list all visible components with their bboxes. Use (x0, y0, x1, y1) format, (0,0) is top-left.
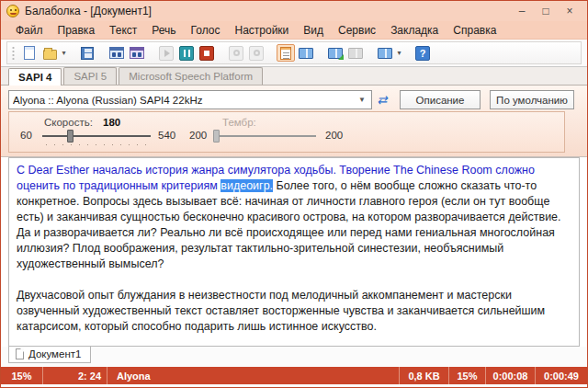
rate-max-label: 540 (158, 130, 175, 141)
pitch-min-label: 200 (189, 130, 207, 141)
titlebar: Балаболка - [Документ1] – □ × (1, 1, 587, 21)
window-title: Балаболка - [Документ1] (25, 5, 152, 17)
pitch-max-label: 200 (325, 130, 343, 141)
menu-file[interactable]: Файл (8, 22, 51, 39)
status-percent: 15% (449, 367, 486, 384)
maximize-button[interactable]: □ (534, 3, 558, 19)
replace-icon[interactable] (128, 44, 146, 62)
rate-slider-thumb[interactable] (67, 130, 74, 143)
play-icon (157, 44, 175, 62)
book-voice-dropdown-icon[interactable]: ▾ (395, 49, 403, 57)
rate-label: Скорость: (44, 117, 93, 128)
open-file-dropdown-icon[interactable]: ▾ (60, 49, 68, 57)
spoken-word-highlight: видеоигр. (220, 179, 273, 192)
menu-text[interactable]: Текст (102, 22, 144, 39)
book-closed-icon (346, 44, 365, 62)
voice-select-value: Alyona :: Alyona (Russian) SAPI4 22kHz (13, 95, 356, 106)
menu-edit[interactable]: Правка (51, 22, 103, 39)
minimize-button[interactable]: – (510, 3, 534, 19)
dictionary-icon[interactable] (297, 44, 315, 62)
tab-sapi5[interactable]: SAPI 5 (63, 67, 117, 85)
document-text-area[interactable]: С Dear Esther началась история жанра сим… (8, 157, 580, 347)
close-button[interactable]: × (558, 3, 582, 19)
voice-select[interactable]: Alyona :: Alyona (Russian) SAPI4 22kHz ▼ (8, 90, 372, 109)
app-logo-icon (6, 5, 19, 17)
set-default-voice-button[interactable]: По умолчанию (490, 90, 574, 109)
status-file-size: 0,8 KB (400, 367, 449, 384)
pause-icon[interactable] (177, 44, 196, 62)
help-icon[interactable]: ? (413, 44, 432, 62)
rate-min-label: 60 (20, 130, 32, 141)
pitch-label: Тембр: (222, 117, 256, 128)
rate-slider-track[interactable] (42, 135, 151, 137)
menu-tools[interactable]: Сервис (331, 22, 383, 39)
app-window: Балаболка - [Документ1] – □ × Файл Правк… (0, 0, 588, 388)
menu-bookmark[interactable]: Закладка (383, 22, 446, 39)
watch-clipboard-icon[interactable] (277, 44, 295, 62)
status-total-time: 0:00:49 (536, 367, 587, 384)
rate-value: 180 (103, 117, 120, 128)
new-document-icon[interactable] (20, 44, 39, 62)
refresh-voices-icon[interactable]: ⇄ (372, 93, 392, 107)
pitch-slider-thumb (213, 130, 220, 143)
describe-voice-button[interactable]: Описание (400, 90, 481, 109)
record-audio-icon (227, 44, 245, 62)
toolbar-zone: ▾ ▾ ? (1, 40, 587, 67)
toolbar-grip[interactable] (12, 46, 15, 61)
tab-ms-speech-platform[interactable]: Microsoft Speech Platform (119, 67, 263, 85)
menu-settings[interactable]: Настройки (227, 22, 296, 39)
menu-view[interactable]: Вид (296, 22, 331, 39)
record-split-icon (247, 44, 266, 62)
paragraph-1: С Dear Esther началась история жанра сим… (17, 163, 571, 272)
document-tab-label: Документ1 (28, 348, 81, 359)
menu-speech[interactable]: Речь (144, 22, 183, 39)
document-page-icon (16, 348, 24, 359)
menu-help[interactable]: Справка (446, 22, 503, 39)
book-open-icon[interactable] (326, 44, 345, 62)
menu-voice[interactable]: Голос (184, 22, 228, 39)
voice-panel: Alyona :: Alyona (Russian) SAPI4 22kHz ▼… (1, 86, 587, 157)
paragraph-2: Двухчасовой опыт блуждания в неизвестнос… (17, 288, 571, 335)
paragraph-1-rest: Более того, о нём вообще сложно сказать … (17, 179, 561, 270)
status-elapsed-time: 0:00:08 (486, 367, 536, 384)
book-voice-icon[interactable] (376, 44, 394, 62)
status-progress: 15% (1, 367, 43, 384)
document-tabs: Документ1 (1, 347, 587, 367)
menubar: Файл Правка Текст Речь Голос Настройки В… (1, 21, 587, 40)
rate-slider-ticks (42, 143, 153, 146)
status-cursor-position: 2: 24 (43, 367, 107, 384)
statusbar: 15% 2: 24 Alyona 0,8 KB 15% 0:00:08 0:00… (1, 367, 587, 384)
sliders-groupbox: Скорость: 180 60 540 Тембр: 200 200 (8, 111, 565, 153)
save-icon[interactable] (78, 44, 96, 62)
status-voice-name: Alyona (107, 367, 400, 384)
engine-tabs: SAPI 4 SAPI 5 Microsoft Speech Platform (1, 67, 587, 86)
stop-icon[interactable] (198, 44, 216, 62)
voice-select-arrow-icon: ▼ (356, 96, 368, 104)
tab-document1[interactable]: Документ1 (8, 347, 91, 363)
toolbar: ▾ ▾ ? (6, 41, 582, 64)
find-icon[interactable] (107, 44, 126, 62)
open-file-icon[interactable] (40, 44, 59, 62)
tab-sapi4[interactable]: SAPI 4 (8, 68, 62, 86)
pitch-slider-track (213, 135, 316, 137)
